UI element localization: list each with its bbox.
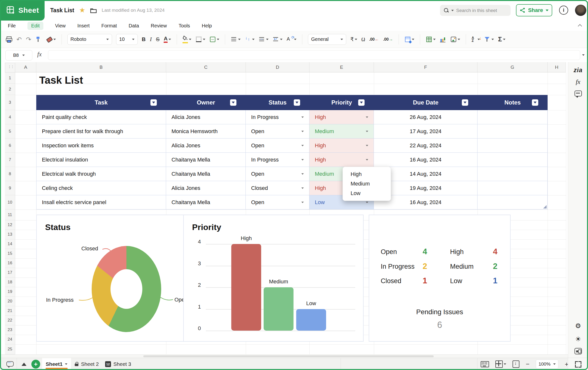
sum-icon[interactable]: Σ bbox=[498, 35, 502, 43]
column-header-D[interactable]: D bbox=[246, 62, 309, 72]
row-header-15[interactable]: 15 bbox=[5, 249, 15, 258]
owner-cell[interactable]: Chaitanya Mella bbox=[166, 167, 246, 181]
comments-icon[interactable] bbox=[6, 361, 14, 367]
column-header-F[interactable]: F bbox=[374, 62, 478, 72]
collapse-toolbar-icon[interactable] bbox=[578, 23, 583, 28]
summary-panel[interactable]: Open4In Progress2Closed1High4Medium2Low1… bbox=[369, 215, 511, 342]
menu-review[interactable]: Review bbox=[151, 23, 167, 29]
row-header-19[interactable]: 19 bbox=[5, 287, 15, 297]
row-header-16[interactable]: 16 bbox=[5, 258, 15, 268]
status-cell[interactable]: Open bbox=[246, 167, 309, 181]
table-header-status[interactable]: Status bbox=[246, 95, 309, 110]
comma-format-icon[interactable]: (,) bbox=[361, 37, 365, 42]
sort-icon[interactable]: AZ↓ bbox=[472, 36, 474, 42]
owner-cell[interactable]: Alicia Jones bbox=[166, 110, 246, 124]
cell-name-box[interactable]: B8 bbox=[5, 50, 32, 60]
row-header-22[interactable]: 22 bbox=[5, 316, 15, 325]
column-header-H[interactable]: H bbox=[548, 62, 566, 72]
row-header-8[interactable]: 8 bbox=[5, 167, 15, 181]
document-title[interactable]: Task List bbox=[50, 7, 74, 14]
row-header-17[interactable]: 17 bbox=[5, 268, 15, 278]
row-header-24[interactable]: 24 bbox=[5, 335, 15, 344]
theme-icon[interactable]: ☀ bbox=[568, 335, 588, 343]
task-cell[interactable]: Celing check bbox=[36, 181, 166, 195]
task-cell[interactable]: Prepare client list for walk through bbox=[36, 124, 166, 139]
task-cell[interactable]: Electrical walk through bbox=[36, 167, 166, 181]
search-scope-caret-icon[interactable] bbox=[451, 10, 454, 11]
font-family-select[interactable]: Roboto bbox=[67, 34, 112, 45]
priority-dropdown-caret-icon[interactable] bbox=[366, 159, 368, 161]
menu-edit[interactable]: Edit bbox=[27, 22, 43, 30]
status-dropdown-caret-icon[interactable] bbox=[301, 187, 304, 189]
app-logo[interactable]: Sheet bbox=[0, 0, 45, 21]
menu-data[interactable]: Data bbox=[129, 23, 139, 29]
row-header-18[interactable]: 18 bbox=[5, 278, 15, 287]
filter-icon[interactable] bbox=[484, 36, 490, 43]
column-header-A[interactable]: A bbox=[15, 62, 36, 72]
priority-cell[interactable]: High bbox=[309, 139, 374, 153]
status-cell[interactable]: Closed bbox=[246, 181, 309, 195]
row-header-23[interactable]: 23 bbox=[5, 325, 15, 335]
fill-color-button[interactable] bbox=[183, 35, 188, 43]
menu-insert[interactable]: Insert bbox=[77, 23, 90, 29]
due-date-cell[interactable]: 17 Aug, 2024 bbox=[374, 124, 478, 139]
menu-help[interactable]: Help bbox=[202, 23, 212, 29]
indent-icon[interactable] bbox=[259, 36, 265, 43]
decrease-decimal-icon[interactable]: .00 bbox=[369, 37, 375, 42]
row-header-14[interactable]: 14 bbox=[5, 239, 15, 249]
due-date-cell[interactable]: 26 Aug, 2024 bbox=[374, 110, 478, 124]
row-header-1[interactable]: 1 bbox=[5, 72, 15, 84]
conditional-format-icon[interactable] bbox=[404, 36, 411, 43]
italic-button[interactable]: I bbox=[150, 36, 152, 43]
menu-tools[interactable]: Tools bbox=[179, 23, 190, 29]
menu-view[interactable]: View bbox=[55, 23, 66, 29]
priority-chart-panel[interactable]: Priority 43210HighMediumLow bbox=[183, 215, 364, 342]
share-button[interactable]: Share bbox=[516, 4, 552, 16]
priority-dropdown-caret-icon[interactable] bbox=[366, 145, 368, 146]
feedback-icon[interactable] bbox=[568, 348, 588, 354]
increase-decimal-icon[interactable]: .00 bbox=[383, 37, 389, 42]
priority-dropdown-caret-icon[interactable] bbox=[366, 202, 368, 203]
task-cell[interactable]: Inspection work items bbox=[36, 139, 166, 153]
discuss-icon[interactable] bbox=[568, 91, 588, 96]
status-dropdown-caret-icon[interactable] bbox=[301, 131, 304, 132]
search-input[interactable]: Search in this sheet bbox=[440, 5, 511, 16]
table-header-priority[interactable]: Priority bbox=[309, 95, 374, 110]
status-dropdown-caret-icon[interactable] bbox=[301, 173, 304, 175]
view-settings-icon[interactable]: ⚙ bbox=[568, 322, 588, 330]
row-header-10[interactable]: 10 bbox=[5, 195, 15, 209]
tab-sheet3[interactable]: 12Sheet 3 bbox=[103, 358, 133, 370]
row-header-9[interactable]: 9 bbox=[5, 181, 15, 195]
horizontal-scrollbar[interactable] bbox=[0, 354, 568, 358]
fullscreen-icon[interactable] bbox=[568, 361, 588, 368]
freeze-panes-icon[interactable] bbox=[513, 360, 519, 368]
task-cell[interactable]: Electrical insulation bbox=[36, 153, 166, 167]
row-header-20[interactable]: 20 bbox=[5, 297, 15, 306]
row-header-25[interactable]: 25 bbox=[5, 344, 15, 354]
notes-cell[interactable] bbox=[478, 110, 548, 124]
vertical-align-icon[interactable] bbox=[245, 36, 251, 43]
user-avatar[interactable] bbox=[575, 5, 586, 16]
insert-chart-icon[interactable] bbox=[440, 36, 446, 43]
status-dropdown-caret-icon[interactable] bbox=[301, 159, 304, 161]
table-header-due-date[interactable]: Due Date bbox=[374, 95, 478, 110]
formula-bar-caret-icon[interactable] bbox=[582, 54, 585, 56]
task-cell[interactable]: Insall electric service panel bbox=[36, 195, 166, 209]
text-wrap-icon[interactable] bbox=[273, 36, 279, 43]
folder-icon[interactable] bbox=[90, 8, 97, 13]
formula-input[interactable] bbox=[48, 50, 580, 60]
due-date-cell[interactable]: 22 Aug, 2024 bbox=[374, 139, 478, 153]
status-cell[interactable]: Open bbox=[246, 139, 309, 153]
column-header-G[interactable]: G bbox=[478, 62, 548, 72]
row-header-6[interactable]: 6 bbox=[5, 139, 15, 153]
row-header-3[interactable]: 3 bbox=[5, 95, 15, 110]
table-header-task[interactable]: Task bbox=[36, 95, 166, 110]
table-header-owner[interactable]: Owner bbox=[166, 95, 246, 110]
filter-dropdown-icon[interactable] bbox=[532, 99, 538, 106]
row-header-11[interactable]: 11 bbox=[5, 209, 15, 220]
horizontal-scroll-thumb[interactable] bbox=[143, 355, 434, 357]
zia-assistant-icon[interactable]: zia bbox=[568, 67, 588, 74]
dropdown-option-medium[interactable]: Medium bbox=[351, 181, 391, 187]
view-layout-icon[interactable] bbox=[495, 360, 503, 368]
status-dropdown-caret-icon[interactable] bbox=[301, 145, 304, 146]
